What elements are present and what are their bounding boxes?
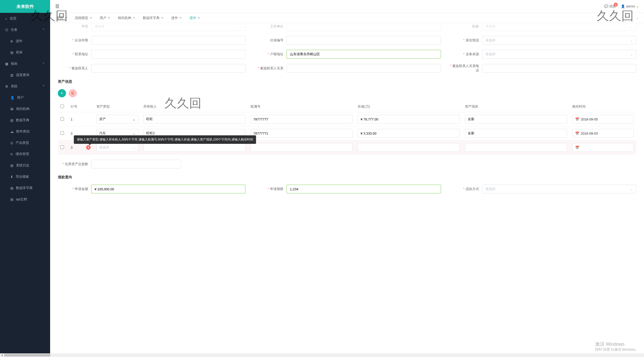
submenu-dbdict[interactable]: ▤数据库字典 xyxy=(0,182,50,194)
row-checkbox[interactable] xyxy=(60,131,64,135)
menu-report[interactable]: ▦ 报表 ⌃ xyxy=(0,58,50,69)
chevron-down-icon: ⌄ xyxy=(630,52,633,56)
menu-label: 系统 xyxy=(11,84,17,89)
chevron-down-icon: ⌄ xyxy=(636,4,639,8)
congye-input[interactable] xyxy=(91,36,245,45)
menu-label: 报表 xyxy=(11,61,17,66)
chevron-down-icon: ⌄ xyxy=(133,131,135,135)
repay-select[interactable]: 请选择⌄ xyxy=(482,185,636,193)
row-checkbox[interactable] xyxy=(60,145,64,149)
form-content: 学历请选择⌄ 工作单位 职务请选择⌄ 从业年限 社保编号 居住情况请选择⌄ 联系… xyxy=(50,23,644,357)
scroll-thumb[interactable] xyxy=(4,354,50,356)
shebao-input[interactable] xyxy=(287,36,441,45)
horizontal-scrollbar[interactable]: ◀ xyxy=(0,353,644,357)
tab-flow[interactable]: 流程模型✕ xyxy=(71,13,96,23)
tab-jinjian1[interactable]: 进件✕ xyxy=(167,13,186,23)
value-input[interactable] xyxy=(358,115,460,124)
add-row-button[interactable]: + xyxy=(58,89,66,97)
period-input[interactable] xyxy=(287,185,441,193)
submenu-jinjian[interactable]: ⊕进件 xyxy=(0,35,50,47)
value-input[interactable] xyxy=(358,143,460,152)
jinji-input[interactable] xyxy=(91,64,245,73)
status-input[interactable] xyxy=(465,129,567,138)
select-all-checkbox[interactable] xyxy=(60,105,64,108)
yewu-select[interactable]: 请选择⌄ xyxy=(482,50,636,59)
menu-system[interactable]: ⚙ 系统 ⌃ xyxy=(0,81,50,92)
huji-label: 户籍地址 xyxy=(253,52,287,57)
hamburger-icon[interactable]: ☰ xyxy=(55,4,59,9)
close-icon[interactable]: ✕ xyxy=(90,16,92,20)
submenu-api[interactable]: ▤api文档 xyxy=(0,194,50,205)
close-icon[interactable]: ✕ xyxy=(179,16,182,20)
task-icon: ☑ xyxy=(5,28,8,32)
topbar: ☰ 💬 消息 0 👤 admin ⌄ xyxy=(50,0,644,13)
asset-table: 行号 资产类型 所有权人 权属号 价值(万) 资产现状 购买时间 1 xyxy=(58,101,636,155)
close-icon[interactable]: ✕ xyxy=(65,16,67,20)
certno-input[interactable] xyxy=(251,129,353,138)
submenu-product[interactable]: ◎产品类型 xyxy=(0,137,50,148)
gongzuo-input[interactable] xyxy=(287,23,441,31)
user-menu[interactable]: 👤 admin ⌄ xyxy=(621,4,639,8)
submenu-export[interactable]: ⬇导出模板 xyxy=(0,171,50,182)
tab-home[interactable]: 首页✕ xyxy=(53,13,71,23)
notification-button[interactable]: 💬 消息 0 xyxy=(604,4,616,9)
lianxi-input[interactable] xyxy=(91,50,245,59)
submenu-chushen[interactable]: ▤初审 xyxy=(0,47,50,58)
gongzuo-label: 工作单位 xyxy=(253,24,287,29)
status-input[interactable] xyxy=(465,115,567,124)
tab-org[interactable]: 组织机构✕ xyxy=(114,13,139,23)
close-icon[interactable]: ✕ xyxy=(133,16,135,20)
jinji-label: 紧急联系人 xyxy=(58,66,91,71)
menu-label: 任务 xyxy=(11,27,17,32)
dianhua-input[interactable] xyxy=(482,64,636,73)
db-icon: ▤ xyxy=(10,186,13,190)
huji-input[interactable] xyxy=(287,50,441,59)
user-icon: 👤 xyxy=(621,4,625,8)
certno-input[interactable] xyxy=(251,143,353,152)
product-icon: ◎ xyxy=(10,141,13,145)
xueli-select[interactable]: 请选择⌄ xyxy=(91,23,245,31)
type-select[interactable]: 房产⌄ xyxy=(96,115,138,124)
menu-home[interactable]: ⌂ 首页 xyxy=(0,13,50,24)
close-icon[interactable]: ✕ xyxy=(108,16,110,20)
juzhu-select[interactable]: 请选择⌄ xyxy=(482,36,636,45)
menu-task[interactable]: ☑ 任务 ⌃ xyxy=(0,24,50,35)
tab-user[interactable]: 用户✕ xyxy=(96,13,114,23)
brand-logo: 未来软件 xyxy=(0,0,50,13)
row-checkbox[interactable] xyxy=(60,117,64,121)
error-icon[interactable]: ✕请输入资产类型,请输入所有权人,50内个字符,请输入权属号,50内个字符,请输… xyxy=(86,145,91,150)
date-input[interactable]: 📅 xyxy=(572,143,634,152)
submenu-dict[interactable]: ▤数据字典 xyxy=(0,115,50,126)
loan-section-title: 借款意向 xyxy=(58,175,636,180)
close-icon[interactable]: ✕ xyxy=(161,16,163,20)
guanxi-label: 紧急联系人关系 xyxy=(253,66,287,71)
type-select[interactable]: 请选择⌄ xyxy=(96,143,138,152)
housing-input[interactable] xyxy=(91,160,181,168)
notification-badge: 0 xyxy=(614,3,618,7)
guanxi-input[interactable] xyxy=(287,64,441,73)
close-icon[interactable]: ✕ xyxy=(198,16,200,20)
chevron-up-icon: ⌃ xyxy=(42,62,45,66)
date-input[interactable]: 📅2018-09-03 xyxy=(572,129,634,138)
tab-menu-button[interactable]: ⌄ xyxy=(636,16,641,20)
tab-dbdict[interactable]: 数据库字典✕ xyxy=(139,13,167,23)
tab-jinjian2[interactable]: 进件✕ xyxy=(186,13,204,23)
submenu-org[interactable]: 🏛组织机构 xyxy=(0,103,50,115)
submenu-attach[interactable]: ☁附件类别 xyxy=(0,126,50,137)
submenu-cache[interactable]: ↻缓存管理 xyxy=(0,148,50,160)
scroll-left-arrow[interactable]: ◀ xyxy=(0,353,4,357)
submenu-user[interactable]: 👤用户 xyxy=(0,92,50,103)
certno-input[interactable] xyxy=(251,115,353,124)
status-input[interactable] xyxy=(465,143,567,152)
submenu-progress[interactable]: ▥进度查询 xyxy=(0,69,50,81)
date-input[interactable]: 📅2018-09-05 xyxy=(572,115,634,124)
owner-input[interactable] xyxy=(143,143,245,152)
submenu-log[interactable]: ▤系统日志 xyxy=(0,160,50,171)
owner-input[interactable] xyxy=(143,115,245,124)
table-row: 3 ✕请输入资产类型,请输入所有权人,50内个字符,请输入权属号,50内个字符,… xyxy=(58,140,636,155)
amount-input[interactable] xyxy=(91,185,245,193)
delete-row-button[interactable]: 🗑 xyxy=(69,89,77,97)
col-value: 价值(万) xyxy=(355,101,462,112)
value-input[interactable] xyxy=(358,129,460,138)
zhiwu-select[interactable]: 请选择⌄ xyxy=(482,23,636,31)
